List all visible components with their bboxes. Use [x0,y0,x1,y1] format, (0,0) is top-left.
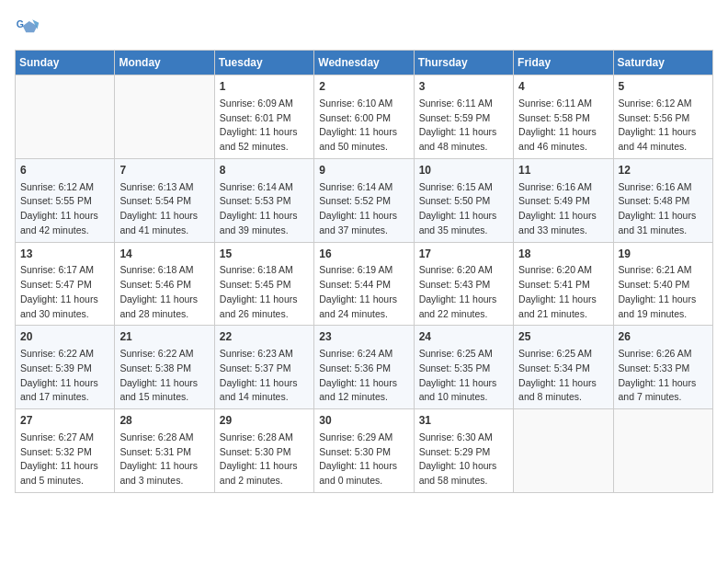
week-row-1: 6Sunrise: 6:12 AM Sunset: 5:55 PM Daylig… [16,158,713,242]
calendar-table: SundayMondayTuesdayWednesdayThursdayFrid… [15,50,713,493]
day-number: 30 [319,413,408,429]
day-number: 19 [619,247,708,262]
day-number: 22 [220,329,309,345]
calendar-cell: 19Sunrise: 6:21 AM Sunset: 5:40 PM Dayli… [613,242,712,326]
day-info: Sunrise: 6:20 AM Sunset: 5:41 PM Dayligh… [518,263,608,321]
day-info: Sunrise: 6:16 AM Sunset: 5:48 PM Dayligh… [619,180,708,238]
day-info: Sunrise: 6:24 AM Sunset: 5:36 PM Dayligh… [319,347,408,405]
day-info: Sunrise: 6:18 AM Sunset: 5:46 PM Dayligh… [119,263,209,321]
page-header: G [15,15,713,40]
day-info: Sunrise: 6:28 AM Sunset: 5:31 PM Dayligh… [119,431,209,488]
day-info: Sunrise: 6:12 AM Sunset: 5:56 PM Dayligh… [619,97,708,155]
day-number: 13 [20,247,109,262]
day-info: Sunrise: 6:17 AM Sunset: 5:47 PM Dayligh… [20,263,109,321]
calendar-cell: 11Sunrise: 6:16 AM Sunset: 5:49 PM Dayli… [514,158,613,242]
day-info: Sunrise: 6:16 AM Sunset: 5:49 PM Dayligh… [518,180,608,238]
calendar-cell: 5Sunrise: 6:12 AM Sunset: 5:56 PM Daylig… [613,75,712,159]
day-number: 11 [518,163,608,178]
day-number: 27 [20,413,109,429]
calendar-cell: 23Sunrise: 6:24 AM Sunset: 5:36 PM Dayli… [314,326,414,409]
day-number: 1 [220,79,309,95]
day-number: 9 [319,163,408,178]
day-number: 16 [319,247,408,262]
header-cell-wednesday: Wednesday [314,51,414,75]
calendar-cell: 15Sunrise: 6:18 AM Sunset: 5:45 PM Dayli… [214,242,313,326]
day-info: Sunrise: 6:18 AM Sunset: 5:45 PM Dayligh… [220,263,309,321]
calendar-cell: 20Sunrise: 6:22 AM Sunset: 5:39 PM Dayli… [16,326,115,409]
calendar-cell: 6Sunrise: 6:12 AM Sunset: 5:55 PM Daylig… [16,158,115,242]
day-number: 29 [220,413,309,429]
calendar-cell: 26Sunrise: 6:26 AM Sunset: 5:33 PM Dayli… [613,326,712,409]
day-number: 7 [119,163,209,178]
day-info: Sunrise: 6:25 AM Sunset: 5:35 PM Dayligh… [419,347,508,405]
calendar-cell: 4Sunrise: 6:11 AM Sunset: 5:58 PM Daylig… [514,75,613,159]
day-info: Sunrise: 6:14 AM Sunset: 5:52 PM Dayligh… [319,180,408,238]
calendar-cell: 14Sunrise: 6:18 AM Sunset: 5:46 PM Dayli… [115,242,214,326]
day-info: Sunrise: 6:26 AM Sunset: 5:33 PM Dayligh… [619,347,708,405]
day-info: Sunrise: 6:14 AM Sunset: 5:53 PM Dayligh… [220,180,309,238]
day-info: Sunrise: 6:28 AM Sunset: 5:30 PM Dayligh… [220,431,309,488]
calendar-cell: 18Sunrise: 6:20 AM Sunset: 5:41 PM Dayli… [514,242,613,326]
day-info: Sunrise: 6:15 AM Sunset: 5:50 PM Dayligh… [419,180,508,238]
day-number: 10 [419,163,508,178]
logo: G [15,15,44,40]
calendar-cell: 9Sunrise: 6:14 AM Sunset: 5:52 PM Daylig… [314,158,414,242]
day-info: Sunrise: 6:11 AM Sunset: 5:58 PM Dayligh… [518,97,608,155]
calendar-header: SundayMondayTuesdayWednesdayThursdayFrid… [16,51,713,75]
week-row-2: 13Sunrise: 6:17 AM Sunset: 5:47 PM Dayli… [16,242,713,326]
header-cell-monday: Monday [115,51,214,75]
day-info: Sunrise: 6:10 AM Sunset: 6:00 PM Dayligh… [319,97,408,155]
calendar-cell: 24Sunrise: 6:25 AM Sunset: 5:35 PM Dayli… [414,326,513,409]
header-cell-thursday: Thursday [414,51,513,75]
calendar-cell: 31Sunrise: 6:30 AM Sunset: 5:29 PM Dayli… [414,409,513,493]
day-number: 12 [619,163,708,178]
header-row: SundayMondayTuesdayWednesdayThursdayFrid… [16,51,713,75]
header-cell-friday: Friday [514,51,613,75]
calendar-cell: 29Sunrise: 6:28 AM Sunset: 5:30 PM Dayli… [214,409,313,493]
day-info: Sunrise: 6:21 AM Sunset: 5:40 PM Dayligh… [619,263,708,321]
day-info: Sunrise: 6:13 AM Sunset: 5:54 PM Dayligh… [119,180,209,238]
day-number: 18 [518,247,608,262]
svg-text:G: G [17,18,24,29]
day-info: Sunrise: 6:09 AM Sunset: 6:01 PM Dayligh… [220,97,309,155]
day-info: Sunrise: 6:30 AM Sunset: 5:29 PM Dayligh… [419,431,508,488]
week-row-3: 20Sunrise: 6:22 AM Sunset: 5:39 PM Dayli… [16,326,713,409]
day-number: 3 [419,79,508,95]
day-number: 26 [619,329,708,345]
day-number: 14 [119,247,209,262]
day-number: 31 [419,413,508,429]
calendar-cell [613,409,712,493]
day-number: 23 [319,329,408,345]
day-number: 21 [119,329,209,345]
day-number: 28 [119,413,209,429]
day-info: Sunrise: 6:20 AM Sunset: 5:43 PM Dayligh… [419,263,508,321]
day-number: 15 [220,247,309,262]
week-row-0: 1Sunrise: 6:09 AM Sunset: 6:01 PM Daylig… [16,75,713,159]
day-info: Sunrise: 6:27 AM Sunset: 5:32 PM Dayligh… [20,431,109,488]
day-info: Sunrise: 6:11 AM Sunset: 5:59 PM Dayligh… [419,97,508,155]
calendar-cell [115,75,214,159]
calendar-cell: 2Sunrise: 6:10 AM Sunset: 6:00 PM Daylig… [314,75,414,159]
day-info: Sunrise: 6:29 AM Sunset: 5:30 PM Dayligh… [319,431,408,488]
calendar-cell: 30Sunrise: 6:29 AM Sunset: 5:30 PM Dayli… [314,409,414,493]
week-row-4: 27Sunrise: 6:27 AM Sunset: 5:32 PM Dayli… [16,409,713,493]
calendar-cell: 27Sunrise: 6:27 AM Sunset: 5:32 PM Dayli… [16,409,115,493]
calendar-cell: 1Sunrise: 6:09 AM Sunset: 6:01 PM Daylig… [214,75,313,159]
calendar-cell: 22Sunrise: 6:23 AM Sunset: 5:37 PM Dayli… [214,326,313,409]
day-number: 25 [518,329,608,345]
calendar-cell: 25Sunrise: 6:25 AM Sunset: 5:34 PM Dayli… [514,326,613,409]
calendar-cell: 3Sunrise: 6:11 AM Sunset: 5:59 PM Daylig… [414,75,513,159]
calendar-cell: 7Sunrise: 6:13 AM Sunset: 5:54 PM Daylig… [115,158,214,242]
day-info: Sunrise: 6:22 AM Sunset: 5:38 PM Dayligh… [119,347,209,405]
calendar-cell: 16Sunrise: 6:19 AM Sunset: 5:44 PM Dayli… [314,242,414,326]
day-number: 5 [619,79,708,95]
logo-icon: G [15,15,40,40]
calendar-cell: 17Sunrise: 6:20 AM Sunset: 5:43 PM Dayli… [414,242,513,326]
day-number: 17 [419,247,508,262]
day-number: 24 [419,329,508,345]
header-cell-tuesday: Tuesday [214,51,313,75]
calendar-cell: 21Sunrise: 6:22 AM Sunset: 5:38 PM Dayli… [115,326,214,409]
day-number: 8 [220,163,309,178]
calendar-cell [16,75,115,159]
calendar-cell [514,409,613,493]
